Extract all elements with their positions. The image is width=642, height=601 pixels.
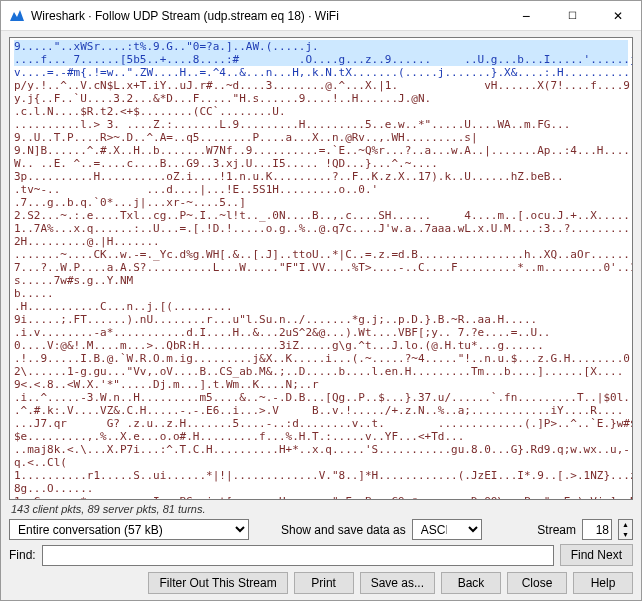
help-button[interactable]: Help xyxy=(573,572,633,594)
find-label: Find: xyxy=(9,548,36,562)
spinner-down[interactable]: ▼ xyxy=(619,530,632,540)
stream-line[interactable]: 8g...O...... xyxy=(14,482,628,495)
stream-line[interactable]: .H...........C...n..j.[(......... xyxy=(14,300,628,313)
format-row: Entire conversation (57 kB) Show and sav… xyxy=(9,519,633,540)
find-input[interactable] xyxy=(42,545,554,566)
titlebar: Wireshark · Follow UDP Stream (udp.strea… xyxy=(1,1,641,31)
content-area: 9....."..xWSr....:t%.9.G.."0=?a.]..AW.(.… xyxy=(1,31,641,600)
stream-line[interactable]: y.j{..F..`U....3.2...&*D...F....."H.s...… xyxy=(14,92,628,105)
stream-line[interactable]: 9....."..xWSr....:t%.9.G.."0=?a.]..AW.(.… xyxy=(14,40,628,53)
stream-number-input[interactable] xyxy=(582,519,612,540)
format-select[interactable]: ASCII xyxy=(412,519,482,540)
stream-line[interactable]: 9..U..T.P....R>~.D..^.A=..q5........P...… xyxy=(14,131,628,144)
stream-line[interactable]: 2H.........@.|H....... xyxy=(14,235,628,248)
minimize-button[interactable]: − xyxy=(503,1,549,30)
print-button[interactable]: Print xyxy=(294,572,354,594)
stream-line[interactable]: ...J7.qr G? .z.u..z.H.......5....-..:d..… xyxy=(14,417,628,430)
stream-label: Stream xyxy=(537,523,576,537)
turns-count: 81 xyxy=(163,503,175,515)
stream-line[interactable]: W.. ..E. ^..=....c....B...G9..3.xj.U...I… xyxy=(14,157,628,170)
client-pkts-count: 143 xyxy=(11,503,29,515)
spinner-up[interactable]: ▲ xyxy=(619,520,632,530)
stream-line[interactable]: s.....7w#s.g..Y.NM xyxy=(14,274,628,287)
maximize-button[interactable]: ☐ xyxy=(549,1,595,30)
server-pkts-count: 89 xyxy=(87,503,99,515)
stream-line[interactable]: $e.........,.%..X.e...o.o#.H.........f..… xyxy=(14,430,628,443)
find-next-button[interactable]: Find Next xyxy=(560,544,633,566)
find-row: Find: Find Next xyxy=(9,544,633,566)
stream-line[interactable]: .......~....CK..w.-=._Yc.d%g.WH[.&..[.J]… xyxy=(14,248,628,261)
stream-line[interactable]: 1..G.s....*v.........I<>.BS.yi.t[.....c.… xyxy=(14,495,628,500)
app-window: Wireshark · Follow UDP Stream (udp.strea… xyxy=(0,0,642,601)
packet-stats: 143 client pkts, 89 server pkts, 81 turn… xyxy=(9,500,633,519)
stream-line[interactable]: q.<..Cl( xyxy=(14,456,628,469)
stream-spinner[interactable]: ▲ ▼ xyxy=(618,519,633,540)
stream-text[interactable]: 9....."..xWSr....:t%.9.G.."0=?a.]..AW.(.… xyxy=(9,37,633,500)
stream-line[interactable]: .i.v........-a*...........d.I....H..&...… xyxy=(14,326,628,339)
save-as-button[interactable]: Save as... xyxy=(360,572,435,594)
stream-line[interactable]: .c.l.N....$R.t2.<+$........(CC`........U… xyxy=(14,105,628,118)
window-title: Wireshark · Follow UDP Stream (udp.strea… xyxy=(31,9,503,23)
stream-line[interactable]: 2.S2...~.:.e....Txl..cg..P~.I..~l!t.._.0… xyxy=(14,209,628,222)
close-button[interactable]: ✕ xyxy=(595,1,641,30)
stream-line[interactable]: .7...g..b.q.`0*...j|...xr-~....5..] xyxy=(14,196,628,209)
wireshark-icon xyxy=(9,8,25,24)
back-button[interactable]: Back xyxy=(441,572,501,594)
stream-line[interactable]: 7...?..W.P....a.A.S?..........L...W.....… xyxy=(14,261,628,274)
stream-line[interactable]: .tv~-.. ...d....|...!E..5S1H.........o..… xyxy=(14,183,628,196)
stream-line[interactable]: ....f... 7......[5b5..+....8....:# .O...… xyxy=(14,53,628,66)
window-controls: − ☐ ✕ xyxy=(503,1,641,30)
button-row: Filter Out This Stream Print Save as... … xyxy=(9,570,633,594)
stream-line[interactable]: .^.#.k:.V....VZ&.C.H.....-.-.E6..i...>.V… xyxy=(14,404,628,417)
conversation-select[interactable]: Entire conversation (57 kB) xyxy=(9,519,249,540)
close-dialog-button[interactable]: Close xyxy=(507,572,567,594)
stream-line[interactable]: 1..7A%...x.q......:..U...=.[.!D.!.....o.… xyxy=(14,222,628,235)
stream-line[interactable]: p/y.!..^..V.cN$L.x+T.iY..uJ.r#..~d....3.… xyxy=(14,79,628,92)
stream-line[interactable]: 1..........r1.....S..ui......*|!|.......… xyxy=(14,469,628,482)
show-as-label: Show and save data as xyxy=(281,523,406,537)
stream-line[interactable]: b..... xyxy=(14,287,628,300)
stream-line[interactable]: 9.N]B......^.#.X..H..b.......W7Nf..9....… xyxy=(14,144,628,157)
stream-line[interactable]: .!..9.....I.B.@.`W.R.O.m.ig.........j&X.… xyxy=(14,352,628,365)
stream-line[interactable]: 3p..........H..........oZ.i....!1.n.u.K.… xyxy=(14,170,628,183)
stream-line[interactable]: 0....V:@&!.M....m...>..QbR:H............… xyxy=(14,339,628,352)
stream-line[interactable]: v....=.-#m{.!=w..".ZW....H..=.^4..&...n.… xyxy=(14,66,628,79)
stream-line[interactable]: 9<.<.8..<W.X.'*".....Dj.m...].t.Wm..K...… xyxy=(14,378,628,391)
stream-line[interactable]: ..maj8k.<.\...X.P7i...:^.T.C.H..........… xyxy=(14,443,628,456)
stream-line[interactable]: 9i.....;.FT......).nU........r...u"l.Su.… xyxy=(14,313,628,326)
stream-line[interactable]: .i..^.....-3.W.n..H.........m5....&..~.-… xyxy=(14,391,628,404)
stream-line[interactable]: ..........l.> 3. ....Z.:.......L.9......… xyxy=(14,118,628,131)
stream-line[interactable]: 2\......1-g.gu..."Vv,.oV....B..CS_ab.M&.… xyxy=(14,365,628,378)
filter-out-button[interactable]: Filter Out This Stream xyxy=(148,572,287,594)
